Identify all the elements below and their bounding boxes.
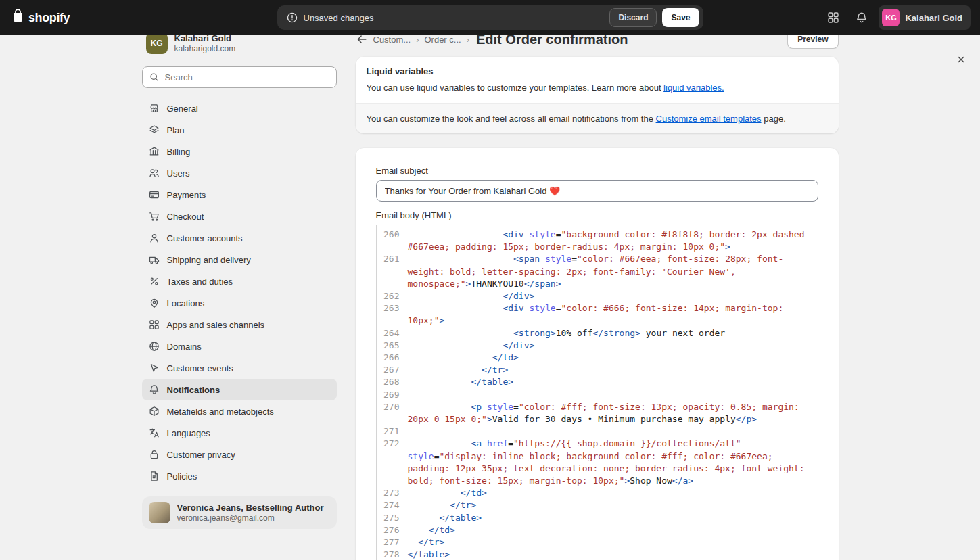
code-line: 266 </td>	[377, 352, 818, 364]
topbar: shopify Unsaved changes Discard Save	[0, 0, 980, 35]
code-line: 277 </tr>	[377, 536, 818, 549]
code-text: </div>	[408, 290, 816, 302]
liquid-variables-text-prefix: You can use liquid variables to customiz…	[367, 83, 664, 93]
alert-circle-icon	[286, 11, 298, 24]
email-subject-input[interactable]	[376, 180, 818, 202]
liquid-variables-title: Liquid variables	[367, 66, 828, 76]
sidebar-item-plan[interactable]: Plan	[142, 119, 337, 141]
code-text: </table>	[408, 512, 816, 524]
sidebar-item-customer-accounts[interactable]: Customer accounts	[142, 227, 337, 249]
settings-layout: KG Kalahari Gold kalaharigold.com Genera…	[142, 0, 839, 560]
code-text: </tr>	[408, 536, 816, 549]
line-number: 271	[377, 425, 408, 438]
line-number: 274	[377, 499, 408, 511]
code-text: </table>	[408, 549, 816, 560]
plan-icon	[147, 123, 161, 137]
search-box	[142, 66, 337, 88]
shopify-bag-icon	[9, 7, 26, 28]
sidebar-item-label: Customer events	[167, 363, 233, 373]
unsaved-changes-label: Unsaved changes	[304, 13, 374, 23]
store-domain: kalaharigold.com	[174, 44, 236, 53]
close-button[interactable]	[952, 50, 971, 69]
sidebar-item-label: Apps and sales channels	[167, 320, 265, 330]
sidebar-item-payments[interactable]: Payments	[142, 184, 337, 206]
sidebar-item-languages[interactable]: Languages	[142, 422, 337, 444]
sidebar-item-shipping-and-delivery[interactable]: Shipping and delivery	[142, 249, 337, 271]
sidebar-item-users[interactable]: Users	[142, 162, 337, 184]
line-number: 275	[377, 512, 408, 524]
code-line: 273 </td>	[377, 487, 818, 499]
line-number: 267	[377, 364, 408, 376]
apps-grid-icon	[147, 318, 161, 331]
liquid-variables-link[interactable]: liquid variables.	[663, 83, 724, 93]
code-text: <strong>10% off</strong> your next order	[408, 327, 816, 340]
sidebar-item-billing[interactable]: Billing	[142, 141, 337, 162]
customize-email-templates-link[interactable]: Customize email templates	[656, 114, 762, 124]
shopify-logo[interactable]: shopify	[9, 7, 70, 28]
line-number: 270	[377, 401, 408, 425]
breadcrumb-item-customer-notifications[interactable]: Custom...	[373, 34, 411, 45]
account-card[interactable]: Veronica Jeans, Bestselling Author veron…	[142, 496, 337, 529]
code-text: </td>	[408, 352, 816, 364]
code-line: 269	[377, 389, 818, 401]
code-line: 278</table>	[377, 549, 818, 560]
customize-templates-text-suffix: page.	[762, 114, 786, 124]
sidebar-item-customer-privacy[interactable]: Customer privacy	[142, 444, 337, 465]
code-line: 272 <a href="https://{{ shop.domain }}/c…	[377, 438, 818, 487]
user-avatar-image	[149, 502, 170, 523]
box-icon	[147, 404, 161, 418]
code-line: 262 </div>	[377, 290, 818, 302]
checkout-icon	[147, 210, 161, 223]
sidebar-item-apps-and-sales-channels[interactable]: Apps and sales channels	[142, 314, 337, 335]
code-line: 275 </table>	[377, 512, 818, 524]
code-line: 261 <span style="color: #667eea; font-si…	[377, 253, 818, 290]
search-icon	[149, 72, 160, 85]
store-info: Kalahari Gold kalaharigold.com	[174, 33, 236, 53]
discard-button[interactable]: Discard	[609, 8, 657, 27]
document-icon	[147, 469, 161, 483]
sidebar-item-checkout[interactable]: Checkout	[142, 206, 337, 227]
lock-icon	[147, 448, 161, 461]
store-avatar: KG	[146, 32, 168, 54]
save-button[interactable]: Save	[662, 8, 699, 27]
store-icon	[147, 101, 161, 115]
sidebar-item-domains[interactable]: Domains	[142, 335, 337, 357]
sidebar-item-policies[interactable]: Policies	[142, 465, 337, 487]
code-text	[408, 389, 816, 401]
user-menu[interactable]: KG Kalahari Gold	[879, 5, 971, 30]
sidebar-item-label: Customer accounts	[167, 233, 243, 243]
globe-icon	[147, 340, 161, 353]
sidebar-item-metafields-and-metaobjects[interactable]: Metafields and metaobjects	[142, 400, 337, 422]
sidebar-item-customer-events[interactable]: Customer events	[142, 357, 337, 379]
line-number: 273	[377, 487, 408, 499]
code-editor[interactable]: 260 <div style="background-color: #f8f8f…	[376, 225, 818, 560]
line-number: 269	[377, 389, 408, 401]
code-line: 264 <strong>10% off</strong> your next o…	[377, 327, 818, 340]
line-number: 268	[377, 376, 408, 388]
code-text: <div style="background-color: #f8f8f8; b…	[408, 229, 816, 253]
account-email: veronica.jeans@gmail.com	[177, 513, 324, 523]
search-input[interactable]	[142, 66, 337, 88]
code-line: 263 <div style="color: #666; font-size: …	[377, 302, 818, 327]
apps-grid-button[interactable]	[822, 7, 845, 28]
code-line: 268 </table>	[377, 376, 818, 388]
sidebar-item-label: Languages	[167, 428, 210, 438]
sidebar-item-label: Customer privacy	[167, 450, 235, 460]
breadcrumb-separator: ›	[467, 34, 469, 45]
sidebar-item-taxes-and-duties[interactable]: Taxes and duties	[142, 271, 337, 292]
breadcrumb-item-order-confirmation[interactable]: Order c...	[424, 34, 461, 45]
code-line: 267 </tr>	[377, 364, 818, 376]
sidebar-item-label: Domains	[167, 342, 202, 352]
line-number: 277	[377, 536, 408, 549]
sidebar-item-label: Metafields and metaobjects	[167, 406, 274, 417]
notification-bell-button[interactable]	[850, 7, 873, 28]
code-text: <div style="color: #666; font-size: 14px…	[408, 302, 816, 327]
sidebar-item-locations[interactable]: Locations	[142, 292, 337, 314]
email-template-card: Email subject Email body (HTML) 260 <div…	[356, 148, 839, 560]
code-text: <p style="color: #fff; font-size: 13px; …	[408, 401, 816, 425]
sidebar-item-notifications[interactable]: Notifications	[142, 379, 337, 400]
topbar-avatar: KG	[882, 9, 900, 26]
translate-icon	[147, 426, 161, 440]
taxes-icon	[147, 275, 161, 288]
sidebar-item-general[interactable]: General	[142, 97, 337, 119]
